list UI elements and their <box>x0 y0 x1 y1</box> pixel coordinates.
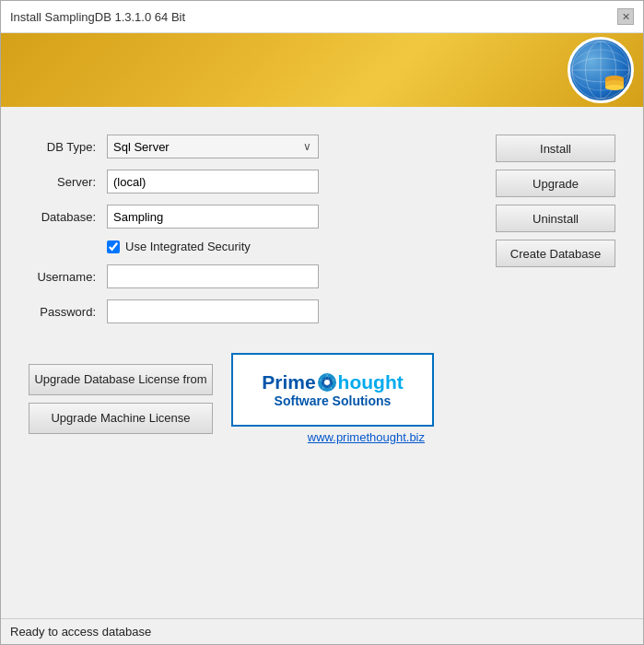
integrated-security-checkbox[interactable] <box>107 240 120 253</box>
password-input[interactable] <box>107 299 319 323</box>
main-window: Install SamplingDB 1.3.1.0 64 Bit ✕ <box>0 0 644 645</box>
db-type-select[interactable]: Sql Server <box>107 135 319 158</box>
status-bar: Ready to access database <box>1 618 643 644</box>
logo-thought: hought <box>316 371 404 393</box>
db-type-select-wrapper[interactable]: Sql Server <box>107 135 319 158</box>
database-label: Database: <box>29 210 107 224</box>
website-link[interactable]: www.primethought.biz <box>308 430 434 444</box>
action-buttons: Install Upgrade Uninstall Create Databas… <box>496 135 615 267</box>
close-button[interactable]: ✕ <box>617 8 634 25</box>
db-type-label: DB Type: <box>29 140 107 154</box>
username-label: Username: <box>29 270 107 284</box>
logo-section: Prime hought Software Solutions www.pri <box>231 353 434 444</box>
upgrade-machine-button[interactable]: Upgrade Machine License <box>29 403 213 434</box>
upgrade-button[interactable]: Upgrade <box>496 170 615 197</box>
install-button[interactable]: Install <box>496 135 615 162</box>
server-input[interactable] <box>107 170 319 194</box>
logo-globe <box>568 37 634 103</box>
database-input[interactable] <box>107 205 319 229</box>
content-area: DB Type: Sql Server Server: Database: <box>1 107 643 618</box>
create-database-button[interactable]: Create Database <box>496 240 615 267</box>
password-label: Password: <box>29 305 107 319</box>
uninstall-button[interactable]: Uninstall <box>496 205 615 232</box>
password-row: Password: <box>29 299 477 323</box>
bottom-section: Upgrade Database License from Upgrade Ma… <box>29 353 615 453</box>
server-row: Server: <box>29 170 477 194</box>
db-type-row: DB Type: Sql Server <box>29 135 477 158</box>
logo-tagline: Software Solutions <box>275 393 392 408</box>
database-row: Database: <box>29 205 477 229</box>
upgrade-license-button[interactable]: Upgrade Database License from <box>29 364 213 395</box>
banner <box>1 33 643 107</box>
logo-line1-container: Prime hought <box>262 371 404 393</box>
username-input[interactable] <box>107 264 319 288</box>
integrated-security-row: Use Integrated Security <box>107 240 477 253</box>
form-fields: DB Type: Sql Server Server: Database: <box>29 135 477 334</box>
company-logo: Prime hought Software Solutions <box>231 353 434 427</box>
form-and-buttons: DB Type: Sql Server Server: Database: <box>29 135 615 334</box>
svg-point-13 <box>324 380 330 385</box>
username-row: Username: <box>29 264 477 288</box>
server-label: Server: <box>29 175 107 189</box>
integrated-security-label: Use Integrated Security <box>125 240 251 253</box>
logo-prime: Prime <box>262 371 315 393</box>
svg-point-10 <box>605 85 624 90</box>
status-text: Ready to access database <box>10 625 151 639</box>
upgrade-buttons: Upgrade Database License from Upgrade Ma… <box>29 364 213 434</box>
logo-icon <box>317 372 337 393</box>
title-bar: Install SamplingDB 1.3.1.0 64 Bit ✕ <box>1 1 643 33</box>
window-title: Install SamplingDB 1.3.1.0 64 Bit <box>10 10 185 24</box>
